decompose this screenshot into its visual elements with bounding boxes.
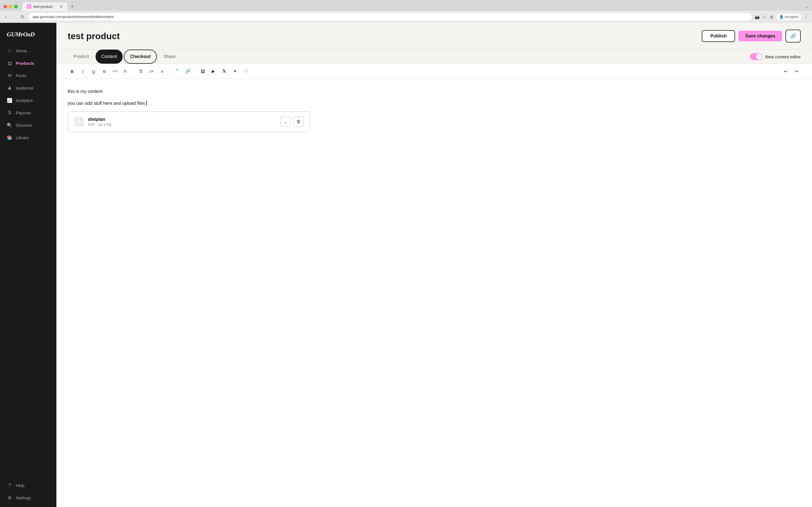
editor-line-2: you can add stuff here and upload files [68,100,321,107]
new-tab-button[interactable]: + [68,3,76,11]
undo-button[interactable]: ↩ [781,67,790,76]
twitter-button[interactable]: 𝕏 [220,67,229,76]
posts-icon: ✉ [7,73,12,78]
sidebar-item-posts[interactable]: ✉ Posts [3,69,53,81]
sidebar-label-products: Products [16,61,34,66]
align-button[interactable]: ≡ [158,67,167,76]
editor-area[interactable]: this is my content you can add stuff her… [56,79,812,507]
url-input[interactable] [29,13,752,20]
file-actions: ⌄ 🗑 [280,116,304,127]
heading-button[interactable]: T↑ [121,67,130,76]
sidebar-item-audience[interactable]: ♟ Audience [3,82,53,94]
tab-checkout[interactable]: Checkout [124,50,157,64]
file-type-icon: 📄 [74,117,84,127]
copy-link-button[interactable]: 🔗 [785,30,801,43]
sidebar-item-home[interactable]: ⌂ Home [3,45,53,57]
tab-content[interactable]: Content [96,50,123,64]
link-icon: 🔗 [790,33,796,39]
sidebar-item-payouts[interactable]: $ Payouts [3,107,53,119]
beta-toggle-label: Beta content editor [765,54,801,59]
tab-bar: G test product ✕ + ⌄ [0,0,812,11]
tab-list-icon[interactable]: ⌄ [805,4,809,9]
toggle-thumb [756,54,762,59]
image-button[interactable]: 🖼 [198,67,207,76]
browser-chrome: G test product ✕ + ⌄ ‹ › ↻ 📷 ☆ ⊞ 👤 Incog… [0,0,812,23]
settings-icon: ⚙ [7,495,12,501]
sidebar-item-products[interactable]: ◻ Products [3,57,53,69]
sidebar-label-audience: Audience [16,86,34,91]
trash-icon: 🗑 [296,119,301,124]
header-actions: Publish Save changes 🔗 [702,30,801,43]
sidebar-nav: ⌂ Home ◻ Products ✉ Posts ♟ Audience 📈 A… [0,45,56,476]
italic-button[interactable]: I [79,67,87,76]
incognito-button[interactable]: 👤 Incognito [776,14,801,20]
browser-actions: 📷 ☆ ⊞ 👤 Incognito ⋮ [755,14,809,20]
favicon: G [27,4,31,9]
forward-button[interactable]: › [11,13,16,20]
sidebar-label-discover: Discover [16,123,32,128]
sidebar-item-discover[interactable]: 🔍 Discover [3,119,53,131]
file-delete-button[interactable]: 🗑 [293,116,304,127]
browser-tab[interactable]: G test product ✕ [22,2,67,11]
audience-icon: ♟ [7,85,12,91]
close-tab-icon[interactable]: ✕ [59,4,63,9]
chevron-down-icon: ⌄ [284,119,288,124]
sidebar-item-library[interactable]: 📚 Library [3,131,53,144]
incognito-label: Incognito [784,15,799,19]
tab-nav-left: Product Content Checkout Share [68,50,181,64]
close-button[interactable] [3,5,7,8]
discover-icon: 🔍 [7,122,12,128]
back-button[interactable]: ‹ [3,13,8,20]
analytics-icon: 📈 [7,98,12,103]
file-meta: PDF · 20.1 KB [88,122,276,127]
page-title: test product [68,31,697,41]
menu-icon[interactable]: ⋮ [804,14,809,19]
underline-button[interactable]: U [89,67,98,76]
sidebar-label-posts: Posts [16,73,27,78]
bold-button[interactable]: B [68,67,77,76]
strikethrough-button[interactable]: S [100,67,109,76]
editor-line-1: this is my content [68,88,321,95]
save-changes-button[interactable]: Save changes [739,31,782,41]
bookmark-icon[interactable]: ☆ [762,14,767,19]
sidebar-label-help: Help [16,483,24,488]
extensions-icon[interactable]: ⊞ [769,14,774,19]
home-icon: ⌂ [7,48,12,54]
sidebar-bottom: ? Help ⚙ Settings [0,476,56,507]
toolbar-separator-3 [195,68,195,75]
video-button[interactable]: ▶ [209,67,218,76]
sidebar-item-analytics[interactable]: 📈 Analytics [3,94,53,106]
ordered-list-button[interactable]: 1≡ [147,67,156,76]
minimize-button[interactable] [9,5,12,8]
tab-share[interactable]: Share [158,50,181,64]
publish-button[interactable]: Publish [702,30,735,42]
sidebar: GUMrOaD ⌂ Home ◻ Products ✉ Posts ♟ Audi… [0,23,56,507]
file-expand-button[interactable]: ⌄ [280,116,291,127]
sidebar-item-help[interactable]: ? Help [3,480,53,491]
person-icon: 👤 [779,15,783,19]
tab-title: test product [34,4,53,9]
reload-button[interactable]: ↻ [19,13,26,20]
sidebar-label-home: Home [16,48,27,53]
products-icon: ◻ [7,60,12,66]
code-button[interactable]: </> [110,67,119,76]
tab-navigation: Product Content Checkout Share Beta cont… [56,50,812,64]
link-button[interactable]: 🔗 [183,67,192,76]
beta-toggle-switch[interactable] [750,53,762,60]
file-upload-button[interactable]: 📄 [241,67,250,76]
file-info: dietplan PDF · 20.1 KB [88,117,276,127]
sidebar-item-settings[interactable]: ⚙ Settings [3,492,53,504]
redo-button[interactable]: ↪ [792,67,801,76]
ai-button[interactable]: ✦ [231,67,239,76]
tab-product[interactable]: Product [68,50,94,64]
sidebar-label-payouts: Payouts [16,110,31,115]
toolbar-separator-2 [169,68,170,75]
sidebar-label-settings: Settings [16,496,31,500]
blockquote-button[interactable]: " [172,67,182,76]
maximize-button[interactable] [14,5,18,8]
camera-icon[interactable]: 📷 [755,14,760,19]
address-bar: ‹ › ↻ 📷 ☆ ⊞ 👤 Incognito ⋮ [0,11,812,23]
editor-toolbar: B I U S </> T↑ ☰ 1≡ ≡ " 🔗 🖼 ▶ 𝕏 ✦ 📄 ↩ ↪ [56,64,812,79]
main-content: test product Publish Save changes 🔗 Prod… [56,23,812,507]
bullet-list-button[interactable]: ☰ [136,67,145,76]
